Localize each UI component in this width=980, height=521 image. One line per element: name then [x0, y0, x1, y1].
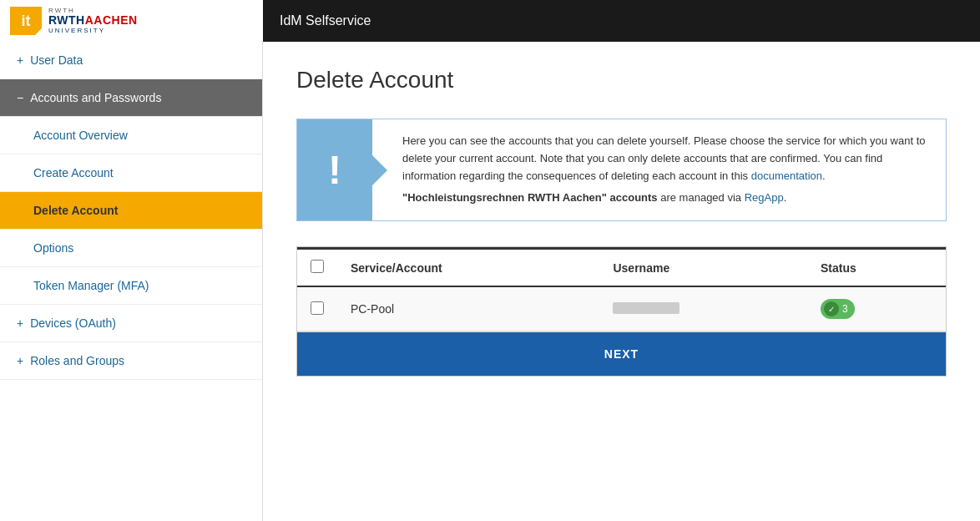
- sidebar-item-devices-oauth[interactable]: + Devices (OAuth): [0, 305, 262, 342]
- sidebar-label-token-manager: Token Manager (MFA): [33, 279, 149, 292]
- row-checkbox-cell: [297, 286, 337, 331]
- table-body: PC-Pool 3: [297, 286, 946, 331]
- sidebar-item-token-manager[interactable]: Token Manager (MFA): [0, 267, 262, 305]
- info-text-5: .: [784, 191, 787, 204]
- info-icon-container: !: [297, 119, 372, 220]
- next-button-container: NEXT: [297, 331, 946, 376]
- sidebar-label-options: Options: [33, 241, 73, 255]
- row-username: [599, 286, 807, 331]
- sidebar-label-account-overview: Account Overview: [33, 129, 128, 142]
- info-text-2: .: [822, 169, 826, 182]
- row-checkbox[interactable]: [311, 301, 324, 315]
- service-name: PC-Pool: [351, 302, 394, 316]
- topbar: it RWTH RWTHAACHEN UNIVERSITY IdM Selfse…: [0, 0, 980, 42]
- info-text-4: are managed via: [658, 191, 745, 204]
- table-col-checkbox: [297, 249, 337, 287]
- main-content: Delete Account ! Here you can see the ac…: [263, 42, 980, 521]
- info-box-content: Here you can see the accounts that you c…: [372, 119, 946, 220]
- sidebar-item-accounts-and-passwords[interactable]: − Accounts and Passwords: [0, 79, 262, 117]
- collapse-icon: −: [17, 91, 23, 104]
- app-title: IdM Selfservice: [263, 13, 371, 28]
- table-header-row: Service/Account Username Status: [297, 249, 946, 287]
- accounts-table: Service/Account Username Status PC-Pool: [297, 247, 946, 331]
- sidebar-label-roles-and-groups: Roles and Groups: [30, 354, 124, 367]
- sidebar-item-roles-and-groups[interactable]: + Roles and Groups: [0, 342, 262, 380]
- sidebar-item-delete-account[interactable]: Delete Account: [0, 192, 262, 230]
- status-number: 3: [842, 303, 848, 315]
- info-paragraph-2: "Hochleistungsrechnen RWTH Aachen" accou…: [402, 190, 929, 207]
- sidebar-item-options[interactable]: Options: [0, 230, 262, 267]
- documentation-link[interactable]: documentation: [751, 169, 822, 182]
- sidebar-label-accounts-and-passwords: Accounts and Passwords: [30, 91, 161, 104]
- it-logo: it: [10, 7, 42, 35]
- info-paragraph-1: Here you can see the accounts that you c…: [402, 133, 929, 185]
- table-col-username: Username: [599, 249, 807, 287]
- sidebar-label-create-account: Create Account: [33, 166, 114, 180]
- row-status: 3: [807, 286, 946, 331]
- sidebar-item-account-overview[interactable]: Account Overview: [0, 117, 262, 154]
- info-text-1: Here you can see the accounts that you c…: [402, 134, 926, 182]
- table-header: Service/Account Username Status: [297, 249, 946, 287]
- accounts-table-wrapper: Service/Account Username Status PC-Pool: [296, 246, 947, 377]
- table-row: PC-Pool 3: [297, 286, 946, 331]
- table-col-status: Status: [807, 249, 946, 287]
- regapp-link[interactable]: RegApp: [745, 191, 784, 204]
- sidebar-label-delete-account: Delete Account: [33, 204, 118, 217]
- rwth-logo: RWTH RWTHAACHEN UNIVERSITY: [48, 8, 138, 35]
- expand-icon: +: [17, 53, 23, 67]
- select-all-checkbox[interactable]: [311, 260, 324, 273]
- info-box: ! Here you can see the accounts that you…: [296, 119, 947, 221]
- sidebar: + User Data − Accounts and Passwords Acc…: [0, 42, 263, 521]
- expand-icon-roles: +: [17, 354, 23, 367]
- exclamation-icon: !: [328, 150, 341, 190]
- logo: it RWTH RWTHAACHEN UNIVERSITY: [0, 0, 263, 42]
- next-button[interactable]: NEXT: [297, 332, 946, 376]
- info-bold-text: "Hochleistungsrechnen RWTH Aachen" accou…: [402, 191, 658, 204]
- sidebar-label-devices-oauth: Devices (OAuth): [30, 316, 116, 330]
- username-value: [613, 302, 679, 314]
- table-col-service: Service/Account: [337, 249, 599, 287]
- page-title: Delete Account: [296, 67, 947, 94]
- sidebar-item-create-account[interactable]: Create Account: [0, 154, 262, 192]
- status-badge: 3: [821, 299, 855, 319]
- sidebar-item-user-data[interactable]: + User Data: [0, 42, 262, 79]
- status-dot-icon: [824, 301, 839, 316]
- sidebar-label-user-data: User Data: [30, 53, 83, 67]
- row-service: PC-Pool: [337, 286, 599, 331]
- main-layout: + User Data − Accounts and Passwords Acc…: [0, 42, 980, 521]
- expand-icon-devices: +: [17, 316, 23, 330]
